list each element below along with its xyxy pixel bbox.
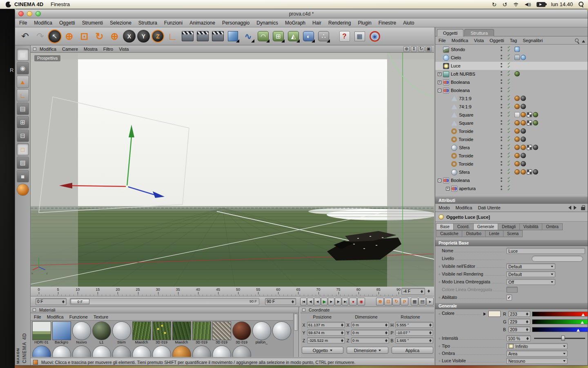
object-tree-row[interactable]: Sfera xyxy=(435,144,588,152)
timeline-window-button[interactable]: ▦ xyxy=(411,298,418,305)
visibility-dots-icon[interactable] xyxy=(501,153,502,157)
move-tool-icon[interactable]: ⊕ xyxy=(62,29,77,44)
manager-tab[interactable]: Oggetti xyxy=(437,29,463,36)
material-item[interactable]: 3D 019 xyxy=(232,321,252,345)
object-name[interactable]: Booleana xyxy=(451,80,470,85)
expand-toggle-icon[interactable]: + xyxy=(446,187,450,191)
material-preview[interactable] xyxy=(72,321,91,340)
use-model-mode-icon[interactable]: ▦ xyxy=(17,49,29,61)
material-preview[interactable] xyxy=(272,321,291,340)
matgreen-tag-icon[interactable] xyxy=(533,112,538,117)
material-preview[interactable] xyxy=(192,321,211,340)
use-texture-axis-icon[interactable]: ⊟ xyxy=(17,130,29,142)
undo-icon[interactable]: ↶ xyxy=(18,29,33,44)
enable-checks-icon[interactable] xyxy=(507,87,510,93)
app-menu-item[interactable]: Finestre xyxy=(379,20,396,26)
x-axis-lock-icon[interactable]: X xyxy=(123,30,136,43)
object-tree-row[interactable]: Toroide xyxy=(435,135,588,144)
visibility-dots-icon[interactable] xyxy=(501,79,502,84)
use-texture-color-icon[interactable]: ● xyxy=(17,184,29,196)
material-preview[interactable] xyxy=(52,321,71,340)
matorange-tag-icon[interactable] xyxy=(521,120,526,126)
animation-dot-icon[interactable] xyxy=(439,296,442,299)
animation-dot-icon[interactable] xyxy=(439,273,442,276)
scroll-up-icon[interactable] xyxy=(582,38,585,43)
attribute-tab[interactable]: Lente xyxy=(485,230,503,237)
enable-checks-icon[interactable] xyxy=(507,103,510,110)
attribute-control[interactable]: Default xyxy=(506,263,555,269)
visibility-dots-icon[interactable] xyxy=(501,137,502,141)
animation-dot-icon[interactable] xyxy=(439,359,442,362)
spinner-arrows-icon[interactable] xyxy=(428,338,432,343)
goto-start-button[interactable]: |◀ xyxy=(300,298,307,305)
file-tag-icon[interactable] xyxy=(514,112,520,117)
online-updater-icon[interactable]: ◉ xyxy=(367,29,382,44)
attributes-menu-item[interactable]: Dati Utente xyxy=(478,205,501,210)
matorange-tag-icon[interactable] xyxy=(521,112,526,117)
attributes-menu-item[interactable]: Modo xyxy=(439,205,450,210)
matorange-tag-icon[interactable] xyxy=(514,104,520,109)
material-preview[interactable] xyxy=(232,346,251,357)
gradient-marker-icon[interactable] xyxy=(581,312,585,316)
material-preview[interactable] xyxy=(212,346,231,357)
panel-grip-icon[interactable] xyxy=(302,308,305,312)
material-item[interactable]: Nuovo xyxy=(71,321,91,345)
material-preview[interactable] xyxy=(52,346,71,357)
enable-checks-icon[interactable] xyxy=(507,79,510,85)
visible-light-dropdown[interactable]: Nessuno xyxy=(506,358,568,364)
apple-menu-icon[interactable] xyxy=(6,2,11,7)
record-parameter-toggle[interactable]: P xyxy=(401,298,408,305)
matorange-tag-icon[interactable] xyxy=(514,137,520,142)
deformer-objects-icon[interactable]: ◭ xyxy=(286,29,301,44)
object-menu-item[interactable]: Oggetti xyxy=(490,38,504,43)
play-button[interactable]: ▶ xyxy=(321,298,327,305)
object-name[interactable]: Cielo xyxy=(451,55,461,60)
record-scale-toggle[interactable]: ⊡ xyxy=(384,298,392,305)
material-preview[interactable] xyxy=(192,346,211,357)
record-keyframe-button[interactable]: ● xyxy=(349,298,357,305)
frame-slider-handle[interactable]: 0 F xyxy=(71,299,89,304)
visibility-dots-icon[interactable] xyxy=(501,186,502,190)
lock-icon[interactable] xyxy=(581,207,585,210)
z-axis-lock-icon[interactable]: Z xyxy=(151,30,164,43)
object-name[interactable]: Toroide xyxy=(459,137,473,142)
material-item[interactable] xyxy=(31,345,51,357)
materials-menu-item[interactable]: Texture xyxy=(94,314,108,319)
matdark-tag-icon[interactable] xyxy=(533,145,538,150)
gradient-marker-icon[interactable] xyxy=(581,319,584,324)
current-frame-field[interactable]: 0 F xyxy=(36,298,67,305)
spinner-arrows-icon[interactable] xyxy=(526,336,529,341)
size-mode-dropdown[interactable]: Dimensione xyxy=(347,347,388,354)
material-item[interactable] xyxy=(111,345,131,357)
use-object-axis-icon[interactable]: ∟ xyxy=(17,89,29,101)
attribute-tab[interactable]: Disturbo xyxy=(462,230,485,237)
attributes-menu-item[interactable]: Modifica xyxy=(456,205,472,210)
app-menu-item[interactable]: Strumenti xyxy=(82,20,103,26)
viewport-menu-item[interactable]: Modifica xyxy=(40,47,56,52)
visibility-dots-icon[interactable] xyxy=(501,177,502,182)
skymat-tag-icon[interactable] xyxy=(521,55,526,60)
matdark-tag-icon[interactable] xyxy=(521,153,526,158)
object-tree-row[interactable]: Toroide xyxy=(435,160,588,168)
autokey-button[interactable]: ◉ xyxy=(357,298,365,305)
use-polygon-mode-icon[interactable]: ■ xyxy=(17,170,29,182)
menubar-item[interactable]: Finestra xyxy=(51,1,70,7)
object-name[interactable]: Booleana xyxy=(451,178,470,183)
material-item[interactable]: Maedch xyxy=(131,321,151,345)
coordinates-panel-header[interactable]: Coordinate xyxy=(300,307,434,313)
enable-checks-icon[interactable] xyxy=(507,46,510,52)
matorange-tag-icon[interactable] xyxy=(514,120,520,126)
position-field[interactable]: 61.137 m xyxy=(307,322,345,328)
make-editable-icon[interactable]: ▲ xyxy=(17,76,29,88)
shadow-dropdown[interactable]: Area xyxy=(506,350,568,357)
app-menu-item[interactable]: Rendering xyxy=(328,20,351,26)
enable-checks-icon[interactable] xyxy=(507,54,510,61)
material-preview[interactable] xyxy=(92,321,111,340)
attribute-control[interactable] xyxy=(532,256,583,262)
material-item[interactable] xyxy=(91,345,111,357)
material-preview[interactable] xyxy=(252,321,271,340)
attribute-tab[interactable]: Visibilità xyxy=(519,223,543,230)
frame-range-slider[interactable]: 0 F 90 F xyxy=(70,298,259,305)
attribute-tab[interactable]: Dettagli xyxy=(498,223,520,230)
record-position-toggle[interactable]: ⊕ xyxy=(376,298,384,305)
